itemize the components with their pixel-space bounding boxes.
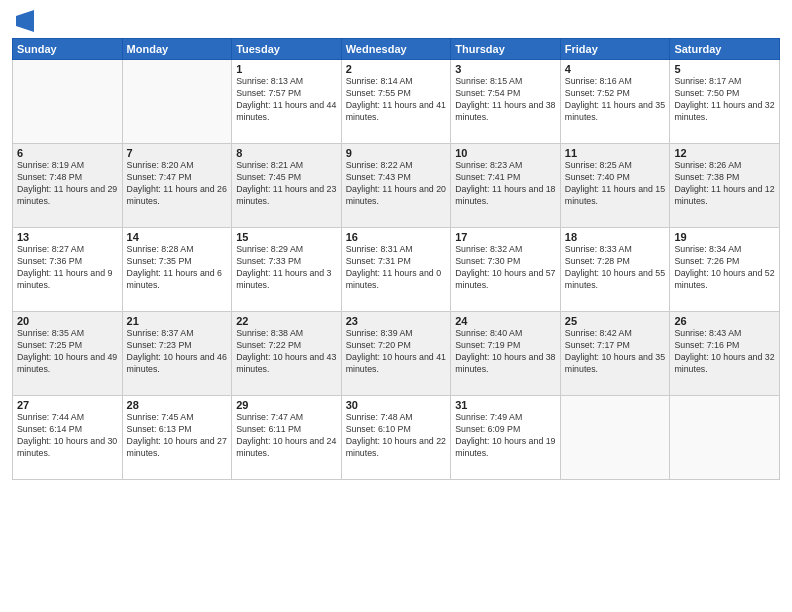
logo bbox=[12, 10, 34, 32]
day-number: 23 bbox=[346, 315, 447, 327]
calendar-cell: 22Sunrise: 8:38 AMSunset: 7:22 PMDayligh… bbox=[232, 312, 342, 396]
day-info: Sunrise: 7:45 AMSunset: 6:13 PMDaylight:… bbox=[127, 412, 228, 460]
calendar-cell: 28Sunrise: 7:45 AMSunset: 6:13 PMDayligh… bbox=[122, 396, 232, 480]
day-number: 22 bbox=[236, 315, 337, 327]
calendar-cell: 20Sunrise: 8:35 AMSunset: 7:25 PMDayligh… bbox=[13, 312, 123, 396]
day-number: 28 bbox=[127, 399, 228, 411]
calendar-cell: 1Sunrise: 8:13 AMSunset: 7:57 PMDaylight… bbox=[232, 60, 342, 144]
calendar-cell bbox=[122, 60, 232, 144]
calendar-cell: 11Sunrise: 8:25 AMSunset: 7:40 PMDayligh… bbox=[560, 144, 670, 228]
calendar-cell: 21Sunrise: 8:37 AMSunset: 7:23 PMDayligh… bbox=[122, 312, 232, 396]
day-number: 10 bbox=[455, 147, 556, 159]
day-number: 27 bbox=[17, 399, 118, 411]
day-info: Sunrise: 8:28 AMSunset: 7:35 PMDaylight:… bbox=[127, 244, 228, 292]
day-info: Sunrise: 8:40 AMSunset: 7:19 PMDaylight:… bbox=[455, 328, 556, 376]
day-info: Sunrise: 8:29 AMSunset: 7:33 PMDaylight:… bbox=[236, 244, 337, 292]
day-info: Sunrise: 8:37 AMSunset: 7:23 PMDaylight:… bbox=[127, 328, 228, 376]
calendar-cell: 5Sunrise: 8:17 AMSunset: 7:50 PMDaylight… bbox=[670, 60, 780, 144]
calendar-cell: 15Sunrise: 8:29 AMSunset: 7:33 PMDayligh… bbox=[232, 228, 342, 312]
day-number: 4 bbox=[565, 63, 666, 75]
day-number: 14 bbox=[127, 231, 228, 243]
calendar-cell: 18Sunrise: 8:33 AMSunset: 7:28 PMDayligh… bbox=[560, 228, 670, 312]
weekday-header: Wednesday bbox=[341, 39, 451, 60]
day-info: Sunrise: 8:25 AMSunset: 7:40 PMDaylight:… bbox=[565, 160, 666, 208]
day-info: Sunrise: 8:20 AMSunset: 7:47 PMDaylight:… bbox=[127, 160, 228, 208]
day-number: 29 bbox=[236, 399, 337, 411]
svg-marker-0 bbox=[16, 10, 34, 32]
weekday-header: Tuesday bbox=[232, 39, 342, 60]
day-info: Sunrise: 8:17 AMSunset: 7:50 PMDaylight:… bbox=[674, 76, 775, 124]
calendar-week-row: 27Sunrise: 7:44 AMSunset: 6:14 PMDayligh… bbox=[13, 396, 780, 480]
day-info: Sunrise: 8:15 AMSunset: 7:54 PMDaylight:… bbox=[455, 76, 556, 124]
day-info: Sunrise: 8:19 AMSunset: 7:48 PMDaylight:… bbox=[17, 160, 118, 208]
day-number: 20 bbox=[17, 315, 118, 327]
day-info: Sunrise: 8:43 AMSunset: 7:16 PMDaylight:… bbox=[674, 328, 775, 376]
day-number: 21 bbox=[127, 315, 228, 327]
calendar-cell bbox=[670, 396, 780, 480]
day-number: 3 bbox=[455, 63, 556, 75]
day-number: 9 bbox=[346, 147, 447, 159]
day-info: Sunrise: 8:39 AMSunset: 7:20 PMDaylight:… bbox=[346, 328, 447, 376]
day-info: Sunrise: 8:26 AMSunset: 7:38 PMDaylight:… bbox=[674, 160, 775, 208]
day-info: Sunrise: 7:47 AMSunset: 6:11 PMDaylight:… bbox=[236, 412, 337, 460]
page: SundayMondayTuesdayWednesdayThursdayFrid… bbox=[0, 0, 792, 612]
calendar-cell bbox=[13, 60, 123, 144]
calendar-cell: 26Sunrise: 8:43 AMSunset: 7:16 PMDayligh… bbox=[670, 312, 780, 396]
calendar-cell: 17Sunrise: 8:32 AMSunset: 7:30 PMDayligh… bbox=[451, 228, 561, 312]
calendar-cell: 8Sunrise: 8:21 AMSunset: 7:45 PMDaylight… bbox=[232, 144, 342, 228]
calendar-cell bbox=[560, 396, 670, 480]
day-number: 12 bbox=[674, 147, 775, 159]
day-number: 17 bbox=[455, 231, 556, 243]
calendar-cell: 19Sunrise: 8:34 AMSunset: 7:26 PMDayligh… bbox=[670, 228, 780, 312]
calendar-week-row: 20Sunrise: 8:35 AMSunset: 7:25 PMDayligh… bbox=[13, 312, 780, 396]
day-info: Sunrise: 8:42 AMSunset: 7:17 PMDaylight:… bbox=[565, 328, 666, 376]
day-number: 2 bbox=[346, 63, 447, 75]
day-number: 30 bbox=[346, 399, 447, 411]
day-info: Sunrise: 8:22 AMSunset: 7:43 PMDaylight:… bbox=[346, 160, 447, 208]
calendar-cell: 6Sunrise: 8:19 AMSunset: 7:48 PMDaylight… bbox=[13, 144, 123, 228]
day-info: Sunrise: 8:21 AMSunset: 7:45 PMDaylight:… bbox=[236, 160, 337, 208]
day-info: Sunrise: 7:49 AMSunset: 6:09 PMDaylight:… bbox=[455, 412, 556, 460]
calendar-cell: 12Sunrise: 8:26 AMSunset: 7:38 PMDayligh… bbox=[670, 144, 780, 228]
header bbox=[12, 10, 780, 32]
day-info: Sunrise: 8:16 AMSunset: 7:52 PMDaylight:… bbox=[565, 76, 666, 124]
day-number: 26 bbox=[674, 315, 775, 327]
day-number: 5 bbox=[674, 63, 775, 75]
calendar-week-row: 13Sunrise: 8:27 AMSunset: 7:36 PMDayligh… bbox=[13, 228, 780, 312]
day-info: Sunrise: 8:27 AMSunset: 7:36 PMDaylight:… bbox=[17, 244, 118, 292]
calendar-cell: 25Sunrise: 8:42 AMSunset: 7:17 PMDayligh… bbox=[560, 312, 670, 396]
calendar-cell: 27Sunrise: 7:44 AMSunset: 6:14 PMDayligh… bbox=[13, 396, 123, 480]
calendar-cell: 23Sunrise: 8:39 AMSunset: 7:20 PMDayligh… bbox=[341, 312, 451, 396]
day-number: 18 bbox=[565, 231, 666, 243]
day-info: Sunrise: 8:32 AMSunset: 7:30 PMDaylight:… bbox=[455, 244, 556, 292]
day-number: 11 bbox=[565, 147, 666, 159]
day-number: 19 bbox=[674, 231, 775, 243]
weekday-header: Sunday bbox=[13, 39, 123, 60]
day-info: Sunrise: 8:34 AMSunset: 7:26 PMDaylight:… bbox=[674, 244, 775, 292]
weekday-header: Monday bbox=[122, 39, 232, 60]
day-number: 24 bbox=[455, 315, 556, 327]
day-info: Sunrise: 8:33 AMSunset: 7:28 PMDaylight:… bbox=[565, 244, 666, 292]
day-number: 6 bbox=[17, 147, 118, 159]
day-number: 1 bbox=[236, 63, 337, 75]
day-info: Sunrise: 7:48 AMSunset: 6:10 PMDaylight:… bbox=[346, 412, 447, 460]
calendar-cell: 30Sunrise: 7:48 AMSunset: 6:10 PMDayligh… bbox=[341, 396, 451, 480]
calendar-cell: 14Sunrise: 8:28 AMSunset: 7:35 PMDayligh… bbox=[122, 228, 232, 312]
day-info: Sunrise: 8:23 AMSunset: 7:41 PMDaylight:… bbox=[455, 160, 556, 208]
day-number: 7 bbox=[127, 147, 228, 159]
calendar-cell: 24Sunrise: 8:40 AMSunset: 7:19 PMDayligh… bbox=[451, 312, 561, 396]
day-number: 8 bbox=[236, 147, 337, 159]
calendar-cell: 2Sunrise: 8:14 AMSunset: 7:55 PMDaylight… bbox=[341, 60, 451, 144]
calendar-cell: 31Sunrise: 7:49 AMSunset: 6:09 PMDayligh… bbox=[451, 396, 561, 480]
calendar-cell: 7Sunrise: 8:20 AMSunset: 7:47 PMDaylight… bbox=[122, 144, 232, 228]
day-number: 31 bbox=[455, 399, 556, 411]
day-info: Sunrise: 8:38 AMSunset: 7:22 PMDaylight:… bbox=[236, 328, 337, 376]
day-info: Sunrise: 8:14 AMSunset: 7:55 PMDaylight:… bbox=[346, 76, 447, 124]
day-number: 15 bbox=[236, 231, 337, 243]
weekday-header: Saturday bbox=[670, 39, 780, 60]
day-info: Sunrise: 8:31 AMSunset: 7:31 PMDaylight:… bbox=[346, 244, 447, 292]
calendar-cell: 9Sunrise: 8:22 AMSunset: 7:43 PMDaylight… bbox=[341, 144, 451, 228]
calendar-cell: 16Sunrise: 8:31 AMSunset: 7:31 PMDayligh… bbox=[341, 228, 451, 312]
weekday-header: Thursday bbox=[451, 39, 561, 60]
day-info: Sunrise: 8:35 AMSunset: 7:25 PMDaylight:… bbox=[17, 328, 118, 376]
